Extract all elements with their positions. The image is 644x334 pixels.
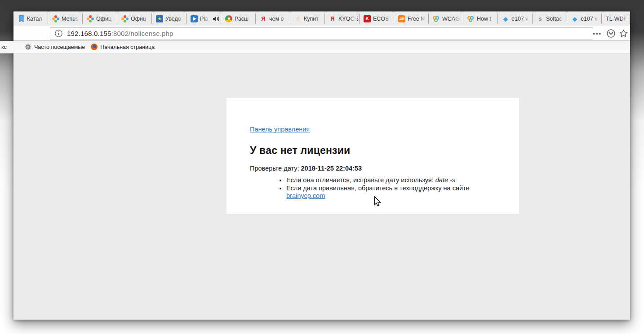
tab-catalog[interactable]: Катал [13,12,48,26]
tab-label: Офиц [131,16,150,22]
bookmarks-toolbar: Часто посещаемые Начальная страница [13,41,630,53]
navbar-actions: ••• [592,26,628,41]
kyocera-favicon: K [364,15,371,22]
tab-player[interactable]: Pla [187,12,221,26]
bookmarks-toolbar-fragment[interactable]: кс [0,41,13,53]
license-error-card: Панель управления У вас нет лицензии Про… [227,98,519,214]
yandex-favicon: Я [260,15,267,22]
page-viewport: Панель управления У вас нет лицензии Про… [13,53,630,320]
tab-tl-wdr[interactable]: TL-WDR38 [602,12,630,26]
bookmark-star-icon[interactable] [619,29,628,38]
instructions-list: Если она отличается, исправьте дату испо… [250,176,501,200]
chrome-favicon [225,15,232,22]
tab-wcag[interactable]: WCAG [429,12,463,26]
tab-label: Катал [27,16,46,22]
yandex-favicon: Я [329,15,336,22]
truncated-bookmark-label: кс [1,44,7,50]
joomla-favicon [52,15,59,22]
page-actions-icon[interactable]: ••• [592,30,603,37]
tab-softaculous[interactable]: s Softac [533,12,567,26]
play-favicon [191,15,198,22]
circles-favicon [467,15,475,22]
tab-official-2[interactable]: Офиц [117,12,152,26]
page-title: У вас нет лицензии [250,145,501,157]
joomla-favicon [87,15,94,22]
tab-ecosys[interactable]: K ECOSY [360,12,394,26]
tab-yandex-search-1[interactable]: Я чем о [256,12,290,26]
tab-label: ECOSY [373,16,392,22]
tab-extensions[interactable]: Расш [221,12,256,26]
softaculous-favicon: s [537,15,544,22]
tab-label: Softac [546,16,565,22]
url-bar[interactable]: 192.168.0.155:8002/nolicense.php [50,27,593,40]
date-value: 2018-11-25 22:04:53 [301,165,362,172]
tab-strip: Катал Menus Офиц Офиц ★ Уведо Pla Расш [13,11,630,26]
control-panel-link[interactable]: Панель управления [250,126,310,133]
tab-label: Уведо [165,16,185,22]
notification-favicon: ★ [156,15,163,22]
brainycp-link[interactable]: brainycp.com [286,192,325,199]
tab-label: TL-WDR38 [606,16,628,22]
list-item: Если дата правильная, обратитесь в техпо… [286,185,501,200]
url-text: 192.168.0.155:8002/nolicense.php [67,30,173,37]
tab-label: Купит [304,16,323,22]
pocket-icon[interactable] [607,29,615,38]
joomla-favicon [121,15,129,22]
tab-e107-2[interactable]: ◆ e107 v [567,12,602,26]
tab-e107-1[interactable]: ◆ e107 v [498,12,533,26]
e107-favicon: ◆ [502,15,509,22]
tab-label: How t [477,16,496,22]
bookmark-home-page[interactable]: Начальная страница [89,43,156,51]
tab-label: Free M [408,16,427,22]
tab-label: e107 v [511,16,531,22]
circles-favicon [433,15,440,22]
tab-menus[interactable]: Menus [48,12,83,26]
check-date-line: Проверьте дату: 2018-11-25 22:04:53 [250,165,501,172]
hand-favicon: ☝ [294,15,302,22]
tab-buy[interactable]: ☝ Купит [290,12,325,26]
tab-label: e107 v [581,16,600,22]
bookmark-label: Начальная страница [100,44,155,50]
tab-label: Menus [62,16,81,22]
bookmark-frequently-visited[interactable]: Часто посещаемые [23,43,86,51]
tab-official-1[interactable]: Офиц [83,12,117,26]
firefox-icon [91,44,98,50]
tab-how-to[interactable]: How t [463,12,498,26]
tab-free-m[interactable]: JM Free M [394,12,429,26]
joomag-favicon: JM [398,15,405,22]
navigation-toolbar: 192.168.0.155:8002/nolicense.php ••• [13,26,630,41]
date-command: date -s [435,176,455,184]
list-item: Если она отличается, исправьте дату испо… [286,176,501,185]
tab-label: Pla [200,16,211,22]
tab-label: Офиц [96,16,115,22]
e107-favicon: ◆ [571,15,578,22]
gear-icon [25,44,31,50]
site-info-icon[interactable] [55,30,62,37]
tab-notifications[interactable]: ★ Уведо [152,12,187,26]
tab-label: Расш [235,16,254,22]
browser-window: Катал Menus Офиц Офиц ★ Уведо Pla Расш [13,11,630,320]
bookmark-label: Часто посещаемые [34,44,85,50]
catalog-favicon [18,15,25,22]
tab-yandex-search-2[interactable]: Я KYOCE [325,12,360,26]
tab-audio-icon[interactable] [213,16,219,22]
tab-label: чем о [269,16,289,22]
tab-label: WCAG [442,16,462,22]
tab-label: KYOCE [338,16,358,22]
